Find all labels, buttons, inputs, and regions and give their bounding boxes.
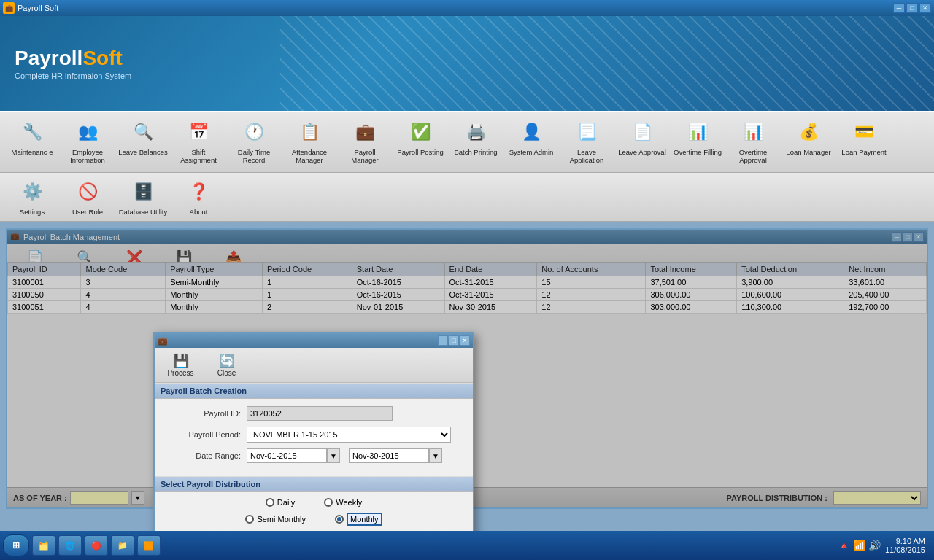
- database-utility-label: Database Utility: [119, 208, 168, 216]
- toolbar-item-daily-time[interactable]: 🕐 Daily Time Record: [228, 114, 280, 168]
- date-range-label: Date Range:: [166, 451, 247, 460]
- logo-area: PayrollSoft Complete HR informaion Syste…: [15, 47, 131, 80]
- payroll-id-row: Payroll ID:: [166, 406, 461, 421]
- radio-semi-monthly[interactable]: Semi Monthly: [245, 513, 306, 526]
- overtime-filing-label: Overtime Filling: [674, 148, 722, 156]
- modal-title-bar: 💼 ─ □ ✕: [155, 333, 473, 348]
- logo-soft: Soft: [82, 47, 122, 69]
- toolbar-item-payroll-manager[interactable]: 💼 Payroll Manager: [339, 114, 391, 168]
- toolbar-item-leave-approval[interactable]: 📄 Leave Approval: [616, 114, 668, 159]
- maintenance-label: Maintenanc e: [11, 148, 53, 156]
- date-to-picker[interactable]: ▼: [429, 448, 442, 463]
- app-icon: 💼: [3, 2, 15, 14]
- database-utility-icon: 🗄️: [128, 177, 158, 206]
- taskbar-explorer[interactable]: 🗂️: [32, 535, 55, 556]
- radio-monthly[interactable]: Monthly: [335, 513, 382, 526]
- process-icon: 💾: [173, 353, 189, 369]
- logo: PayrollSoft: [15, 47, 131, 70]
- process-label: Process: [167, 369, 193, 377]
- toolbar-item-about[interactable]: ❓ About: [172, 174, 225, 219]
- modal-close-button2[interactable]: 🔄 Close: [207, 351, 247, 379]
- toolbar-item-maintenance[interactable]: 🔧 Maintenanc e: [6, 114, 58, 159]
- payroll-period-select[interactable]: NOVEMBER 1-15 2015 NOVEMBER 16-30 2015 O…: [247, 427, 451, 443]
- toolbar-item-batch-printing[interactable]: 🖨️ Batch Printing: [449, 114, 502, 159]
- toolbar-item-employee[interactable]: 👥 Employee Information: [61, 114, 114, 168]
- toolbar-item-leave-balances[interactable]: 🔍 Leave Balances: [117, 114, 169, 159]
- modal-window-controls: ─ □ ✕: [438, 335, 470, 346]
- toolbar-item-attendance[interactable]: 📋 Attendance Manager: [283, 114, 336, 168]
- employee-icon: 👥: [73, 117, 102, 147]
- modal-maximize-button[interactable]: □: [449, 335, 459, 346]
- tray-icon-2: 📶: [853, 540, 865, 551]
- radio-semi-monthly-label: Semi Monthly: [257, 515, 306, 524]
- shift-label: Shift Assignment: [174, 148, 223, 165]
- radio-weekly-circle: [324, 498, 333, 507]
- main-content: 💼 Payroll Batch Management ─ □ ✕ 📄 New B…: [0, 222, 934, 531]
- loan-manager-label: Loan Manager: [786, 148, 830, 156]
- date-from-picker[interactable]: ▼: [327, 448, 340, 463]
- daily-time-label: Daily Time Record: [229, 148, 279, 165]
- app-header: PayrollSoft Complete HR informaion Syste…: [0, 16, 934, 111]
- overtime-approval-icon: 📊: [738, 117, 768, 147]
- payroll-posting-icon: ✅: [406, 117, 435, 147]
- radio-daily-circle: [266, 498, 274, 507]
- toolbar-item-loan-payment[interactable]: 💳 Loan Payment: [838, 114, 890, 159]
- taskbar-chrome[interactable]: 🌐: [58, 535, 82, 556]
- about-icon: ❓: [184, 177, 213, 206]
- radio-daily[interactable]: Daily: [266, 498, 295, 507]
- date-to-input[interactable]: [349, 448, 429, 463]
- maintenance-icon: 🔧: [18, 117, 47, 147]
- toolbar-item-overtime-filing[interactable]: 📊 Overtime Filling: [671, 114, 724, 159]
- main-toolbar: 🔧 Maintenanc e 👥 Employee Information 🔍 …: [0, 111, 934, 173]
- toolbar-item-payroll-posting[interactable]: ✅ Payroll Posting: [394, 114, 447, 159]
- radio-monthly-label: Monthly: [347, 513, 382, 526]
- close-button[interactable]: ✕: [919, 3, 931, 13]
- logo-payroll: Payroll: [15, 47, 82, 69]
- toolbar-item-user-role[interactable]: 🚫 User Role: [61, 174, 114, 219]
- taskbar: ⊞ 🗂️ 🌐 🔴 📁 🟧 🔺 📶 🔊 9:10 AM 11/08/2015: [0, 531, 934, 560]
- modal-title-icon: 💼: [158, 336, 168, 346]
- radio-semi-monthly-circle: [245, 515, 254, 524]
- tray-icons: 🔺 📶 🔊: [838, 540, 881, 551]
- payroll-manager-icon: 💼: [350, 117, 379, 147]
- radio-weekly[interactable]: Weekly: [324, 498, 362, 507]
- payroll-batch-creation-modal: 💼 ─ □ ✕ 💾 Process 🔄: [153, 332, 474, 542]
- attendance-icon: 📋: [295, 117, 324, 147]
- user-role-label: User Role: [72, 208, 103, 216]
- minimize-button[interactable]: ─: [893, 3, 905, 13]
- payroll-id-label: Payroll ID:: [166, 409, 247, 418]
- taskbar-app5[interactable]: 🟧: [137, 535, 161, 556]
- toolbar-item-shift[interactable]: 📅 Shift Assignment: [172, 114, 225, 168]
- modal-minimize-button[interactable]: ─: [438, 335, 448, 346]
- modal-close-button[interactable]: ✕: [460, 335, 470, 346]
- process-button[interactable]: 💾 Process: [161, 351, 201, 379]
- radio-row-1: Daily Weekly: [166, 498, 461, 507]
- loan-payment-label: Loan Payment: [841, 148, 886, 156]
- toolbar-item-settings[interactable]: ⚙️ Settings: [6, 174, 58, 219]
- date-display: 11/08/2015: [885, 545, 925, 554]
- maximize-button[interactable]: □: [906, 3, 918, 13]
- taskbar-folder[interactable]: 📁: [111, 535, 134, 556]
- modal-overlay: 💼 ─ □ ✕ 💾 Process 🔄: [7, 230, 927, 508]
- loan-manager-icon: 💰: [794, 117, 823, 147]
- taskbar-uc[interactable]: 🔴: [85, 535, 108, 556]
- payroll-period-label: Payroll Period:: [166, 430, 247, 439]
- toolbar-item-system-admin[interactable]: 👤 System Admin: [505, 114, 557, 159]
- tray-icon-3: 🔊: [868, 540, 881, 551]
- daily-time-icon: 🕐: [239, 117, 269, 147]
- employee-label: Employee Information: [63, 148, 112, 165]
- toolbar-item-loan-manager[interactable]: 💰 Loan Manager: [782, 114, 835, 159]
- date-from-input[interactable]: [247, 448, 327, 463]
- settings-label: Settings: [20, 208, 45, 216]
- toolbar-item-overtime-approval[interactable]: 📊 Overtime Approval: [727, 114, 779, 168]
- payroll-id-input[interactable]: [247, 406, 393, 421]
- toolbar-item-database-utility[interactable]: 🗄️ Database Utility: [117, 174, 169, 219]
- toolbar-item-leave-application[interactable]: 📃 Leave Application: [560, 114, 613, 168]
- start-button[interactable]: ⊞: [3, 534, 29, 556]
- system-tray: 🔺 📶 🔊 9:10 AM 11/08/2015: [838, 537, 931, 554]
- section2-header: Select Payroll Distribution: [155, 476, 473, 492]
- system-time: 9:10 AM 11/08/2015: [885, 537, 925, 554]
- payroll-manager-label: Payroll Manager: [340, 148, 390, 165]
- leave-approval-label: Leave Approval: [618, 148, 666, 156]
- leave-application-icon: 📃: [572, 117, 601, 147]
